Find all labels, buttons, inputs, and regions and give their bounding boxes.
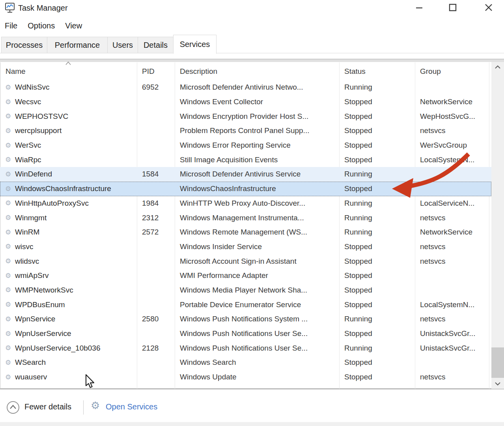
table-row[interactable]: ⚙WEPHOSTSVCWindows Encryption Provider H… (0, 109, 491, 124)
gear-icon: ⚙ (0, 287, 15, 293)
column-header-name[interactable]: Name (6, 67, 26, 76)
gear-icon: ⚙ (0, 84, 15, 91)
table-row[interactable]: ⚙wercplsupportProblem Reports Control Pa… (0, 124, 491, 138)
vertical-scrollbar[interactable] (491, 62, 504, 389)
fewer-details-label[interactable]: Fewer details (24, 402, 71, 411)
title-bar: Task Manager (0, 0, 504, 16)
gear-icon: ⚙ (0, 156, 15, 163)
table-header: Name PID Description Status Group (0, 62, 491, 80)
cell-name: WSearch (15, 358, 137, 367)
scroll-down-button[interactable] (491, 379, 504, 389)
cell-description: WinHTTP Web Proxy Auto-Discover... (175, 199, 339, 208)
open-services-link[interactable]: Open Services (106, 402, 157, 411)
table-row[interactable]: ⚙WinDefend1584Microsoft Defender Antivir… (0, 167, 491, 182)
cell-pid: 2572 (137, 228, 175, 236)
gear-icon: ⚙ (0, 214, 15, 221)
table-row[interactable]: ⚙WpnUserService_10b0362128Windows Push N… (0, 341, 491, 355)
gear-icon: ⚙ (0, 272, 15, 279)
scroll-up-button[interactable] (491, 62, 504, 72)
scrollbar-thumb[interactable] (491, 347, 504, 378)
cell-name: wisvc (15, 242, 137, 251)
table-row[interactable]: ⚙wuauservWindows UpdateStoppednetsvcs (0, 370, 491, 385)
table-row[interactable]: ⚙WPDBusEnumPortable Device Enumerator Se… (0, 297, 491, 312)
tab-users[interactable]: Users (107, 37, 138, 53)
table-row[interactable]: ⚙WinRM2572Windows Remote Management (WS.… (0, 225, 491, 240)
menu-file[interactable]: File (5, 21, 17, 30)
maximize-button[interactable] (441, 0, 464, 15)
table-row[interactable]: ⚙WpnUserServiceWindows Push Notification… (0, 327, 491, 341)
menu-options[interactable]: Options (28, 21, 55, 30)
cell-status: Running (339, 315, 415, 323)
cell-status: Running (339, 199, 415, 208)
table-row[interactable]: ⚙WindowsChaosInfrastructureWindowsChaosI… (0, 182, 491, 196)
table-row[interactable]: ⚙WinHttpAutoProxySvc1984WinHTTP Web Prox… (0, 196, 491, 211)
table-row[interactable]: ⚙WdNisSvc6952Microsoft Defender Antiviru… (0, 80, 491, 95)
cell-name: Winmgmt (15, 214, 137, 222)
chevron-up-circle-icon (6, 401, 20, 414)
menu-view[interactable]: View (65, 21, 82, 30)
table-row[interactable]: ⚙wisvcWindows Insider ServiceStoppednets… (0, 240, 491, 254)
cell-description: Windows Event Collector (175, 98, 339, 106)
tab-performance[interactable]: Performance (47, 37, 108, 53)
cell-name: Wecsvc (15, 98, 137, 106)
cell-status: Stopped (339, 242, 415, 251)
cell-group: netsvcs (415, 373, 491, 381)
cell-description: Windows Push Notifications User Se... (175, 329, 339, 338)
cell-group: WepHostSvcG... (415, 112, 491, 121)
table-row[interactable]: ⚙WSearchWindows SearchStopped (0, 355, 491, 370)
minimize-icon (415, 3, 424, 12)
table-row[interactable]: ⚙WpnService2580Windows Push Notification… (0, 312, 491, 327)
cell-description: Portable Device Enumerator Service (175, 300, 339, 309)
cell-status: Stopped (339, 141, 415, 150)
table-row[interactable]: ⚙WecsvcWindows Event CollectorStoppedNet… (0, 95, 491, 109)
column-header-description[interactable]: Description (180, 67, 217, 76)
cell-description: Windows Encryption Provider Host S... (175, 112, 339, 121)
cell-description: Still Image Acquisition Events (175, 156, 339, 164)
cell-description: WindowsChaosInfrastructure (175, 184, 339, 193)
cell-status: Stopped (339, 300, 415, 309)
column-header-group[interactable]: Group (420, 67, 441, 76)
gear-icon: ⚙ (0, 243, 15, 250)
window-title: Task Manager (18, 4, 68, 13)
cell-group: LocalSystemN... (415, 300, 491, 309)
minimize-button[interactable] (408, 0, 431, 15)
close-button[interactable] (477, 0, 500, 15)
cell-status: Running (339, 228, 415, 236)
table-row[interactable]: ⚙WiaRpcStill Image Acquisition EventsSto… (0, 152, 491, 167)
gear-icon: ⚙ (0, 171, 15, 178)
cell-name: WindowsChaosInfrastructure (15, 184, 137, 193)
cell-status: Stopped (339, 329, 415, 338)
cell-group: NetworkService (415, 228, 491, 236)
tab-details[interactable]: Details (138, 37, 174, 53)
cell-name: WiaRpc (15, 156, 137, 164)
cell-name: WMPNetworkSvc (15, 286, 137, 295)
tab-services[interactable]: Services (173, 35, 217, 54)
cell-name: WpnUserService_10b036 (15, 344, 137, 353)
services-list: ⚙WdNisSvc6952Microsoft Defender Antiviru… (0, 80, 491, 384)
cell-name: wmiApSrv (15, 271, 137, 280)
table-row[interactable]: ⚙WMPNetworkSvcWindows Media Player Netwo… (0, 283, 491, 298)
table-row[interactable]: ⚙wlidsvcMicrosoft Account Sign-in Assist… (0, 254, 491, 268)
task-manager-window: Task Manager File Options View Processes… (0, 0, 504, 426)
footer-separator (83, 400, 84, 415)
cell-description: Microsoft Account Sign-in Assistant (175, 257, 339, 266)
cell-name: WinRM (15, 228, 137, 236)
cell-name: wercplsupport (15, 126, 137, 135)
cell-status: Running (339, 83, 415, 92)
column-header-status[interactable]: Status (344, 67, 366, 76)
chevron-up-icon (495, 65, 501, 69)
cell-description: Windows Error Reporting Service (175, 141, 339, 150)
table-row[interactable]: ⚙wmiApSrvWMI Performance AdapterStopped (0, 268, 491, 283)
table-row[interactable]: ⚙WerSvcWindows Error Reporting ServiceSt… (0, 138, 491, 153)
cell-description: Windows Search (175, 358, 339, 367)
gear-icon: ⚙ (0, 229, 15, 236)
table-row[interactable]: ⚙Winmgmt2312Windows Management Instrumen… (0, 210, 491, 225)
cell-status: Running (339, 344, 415, 353)
fewer-details-button[interactable] (6, 401, 20, 414)
cell-pid: 1984 (137, 199, 175, 208)
column-header-pid[interactable]: PID (142, 67, 155, 76)
tab-processes[interactable]: Processes (1, 37, 47, 53)
menu-bar: File Options View (5, 19, 82, 32)
cell-description: Windows Remote Management (WS... (175, 228, 339, 236)
cell-group: UnistackSvcGr... (415, 329, 491, 338)
